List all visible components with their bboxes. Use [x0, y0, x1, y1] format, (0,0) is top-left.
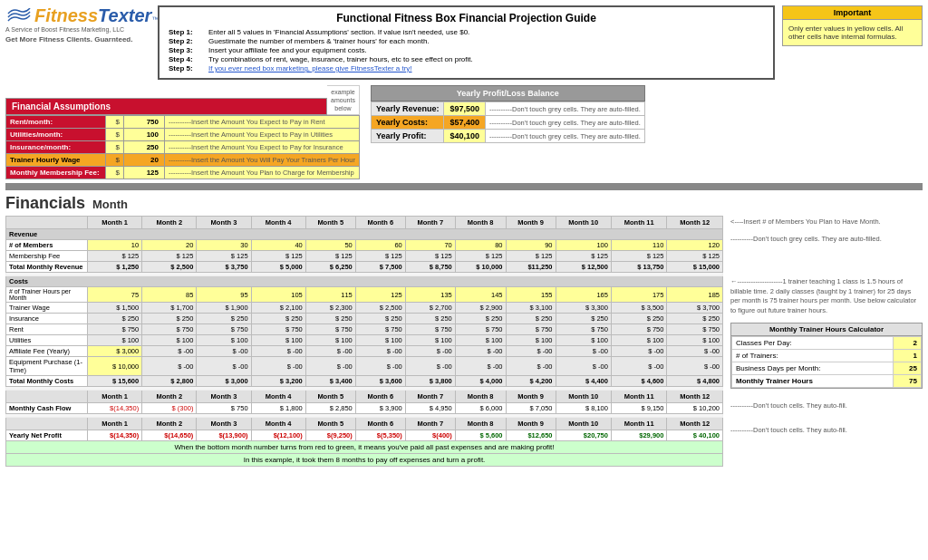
trainer-hours-m8[interactable]: 145 — [455, 287, 506, 303]
profit-revenue-label: Yearly Revenue: — [371, 102, 444, 116]
equipment-m1[interactable]: $ 10,000 — [88, 357, 142, 376]
assumptions-section: Financial Assumptions exampleamountsbelo… — [5, 85, 923, 179]
utilities-row: Utilities/month: $ 100 ----------Insert … — [6, 129, 360, 141]
members-m4[interactable]: 40 — [251, 240, 305, 251]
affiliate-row: Affiliate Fee (Yearly) $ 3,000 $ -00 $ -… — [6, 346, 723, 357]
insurance-costs-row: Insurance $ 250 $ 250 $ 250 $ 250 $ 250 … — [6, 314, 723, 324]
financials-title: Financials — [5, 194, 85, 213]
trainer-wage-row: Trainer Wage $ 1,500 $ 1,700 $ 1,900 $ 2… — [6, 303, 723, 314]
assumptions-table: Rent/month: $ 750 ----------Insert the A… — [5, 115, 360, 179]
trainer-calc-title: Monthly Trainer Hours Calculator — [731, 323, 922, 336]
revenue-label: Revenue — [6, 229, 723, 240]
revenue-section-header: Revenue — [6, 229, 723, 240]
equipment-row: Equipment Purchase (1-Time) $ 10,000 $ -… — [6, 357, 723, 376]
trainer-hours-m2[interactable]: 85 — [142, 287, 197, 303]
members-m3[interactable]: 30 — [197, 240, 251, 251]
logo-section: FitnessTexter™ A Service of Boost Fitnes… — [5, 5, 150, 43]
separator — [5, 183, 923, 190]
important-box: Important Only enter values in yellow ce… — [782, 5, 923, 46]
trainer-hours-m4[interactable]: 105 — [251, 287, 305, 303]
trainer-calc-box: Monthly Trainer Hours Calculator Classes… — [730, 323, 923, 389]
calc-row-3: Business Days per Month: 25 — [732, 362, 922, 375]
profit-costs-value: $57,400 — [444, 116, 486, 130]
financials-main: Financials Month Month 1 Month 2 Month 3… — [5, 194, 923, 467]
col-month8: Month 8 — [455, 217, 506, 229]
rent-row: Rent/month: $ 750 ----------Insert the A… — [6, 116, 360, 129]
trainer-hours-m11[interactable]: 175 — [611, 287, 666, 303]
step2-text: Guestimate the number of members & 'trai… — [208, 37, 430, 45]
table-header-row: Month 1 Month 2 Month 3 Month 4 Month 5 … — [6, 217, 723, 229]
col-month4: Month 4 — [251, 217, 305, 229]
trainer-hours-label: # of Trainer Hours per Month — [6, 287, 88, 303]
members-m12[interactable]: 120 — [667, 240, 723, 251]
logo-subtitle: A Service of Boost Fitness Marketing, LL… — [5, 26, 124, 33]
members-m5[interactable]: 50 — [305, 240, 355, 251]
members-m1[interactable]: 10 — [88, 240, 142, 251]
members-m6[interactable]: 60 — [355, 240, 405, 251]
net-profit-row: Yearly Net Profit $(14,350) $(14,650) $(… — [6, 430, 723, 441]
insurance-row: Insurance/month: $ 250 ----------Insert … — [6, 141, 360, 154]
members-m8[interactable]: 80 — [455, 240, 506, 251]
total-revenue-row: Total Monthly Revenue $ 1,250 $ 2,500 $ … — [6, 262, 723, 273]
col-month1: Month 1 — [88, 217, 142, 229]
rent-label: Rent/month: — [6, 116, 106, 129]
bottom-note-1: When the bottom month number turns from … — [6, 441, 723, 454]
rent-value[interactable]: 750 — [124, 116, 165, 129]
members-row: # of Members 10 20 30 40 50 60 70 80 90 … — [6, 240, 723, 251]
step3-label: Step 3: — [169, 46, 208, 54]
logo-texter: Texter — [98, 5, 151, 26]
affiliate-m1[interactable]: $ 3,000 — [88, 346, 142, 357]
members-label: # of Members — [6, 240, 88, 251]
profit-costs-row: Yearly Costs: $57,400 ----------Don't to… — [371, 116, 644, 130]
members-m7[interactable]: 70 — [405, 240, 455, 251]
bottom-note-2: In this example, it took them 8 months t… — [6, 454, 723, 467]
membership-fee-note: ----------Don't touch grey cells. They a… — [730, 235, 923, 243]
profit-profit-row: Yearly Profit: $40,100 ----------Don't t… — [371, 130, 644, 143]
trainer-hours-m10[interactable]: 165 — [556, 287, 611, 303]
members-m11[interactable]: 110 — [611, 240, 666, 251]
trainer-hours-m1[interactable]: 75 — [88, 287, 142, 303]
step4-label: Step 4: — [169, 55, 208, 63]
col-month10: Month 10 — [556, 217, 611, 229]
membership-value[interactable]: 125 — [124, 167, 165, 179]
trainer-hours-m12[interactable]: 185 — [667, 287, 723, 303]
financials-month-label: Month — [92, 198, 128, 211]
profit-revenue-value: $97,500 — [444, 102, 486, 116]
calc-row-1: Classes Per Day: 2 — [732, 337, 922, 350]
trainer-hours-m3[interactable]: 95 — [197, 287, 251, 303]
cashflow-row: Monthly Cash Flow $(14,350) $ (300) $ 75… — [6, 403, 723, 414]
col-month6: Month 6 — [355, 217, 405, 229]
col-month11: Month 11 — [611, 217, 666, 229]
members-m10[interactable]: 100 — [556, 240, 611, 251]
members-m2[interactable]: 20 — [142, 240, 197, 251]
trainer-hours-row: # of Trainer Hours per Month 75 85 95 10… — [6, 287, 723, 303]
bottom-note-row-1: When the bottom month number turns from … — [6, 441, 723, 454]
col-month12: Month 12 — [667, 217, 723, 229]
trainer-value[interactable]: 20 — [124, 154, 165, 167]
rent-costs-row: Rent $ 750 $ 750 $ 750 $ 750 $ 750 $ 750… — [6, 324, 723, 335]
assumptions-header: Financial Assumptions — [5, 98, 327, 115]
insurance-value[interactable]: 250 — [124, 141, 165, 154]
membership-fee-row: Membership Fee $ 125 $ 125 $ 125 $ 125 $… — [6, 251, 723, 262]
utilities-value[interactable]: 100 — [124, 129, 165, 141]
calc-days-value[interactable]: 25 — [893, 362, 921, 375]
assumptions-left: Financial Assumptions exampleamountsbelo… — [5, 85, 360, 179]
members-m9[interactable]: 90 — [506, 240, 556, 251]
utilities-costs-row: Utilities $ 100 $ 100 $ 100 $ 100 $ 100 … — [6, 335, 723, 346]
col-month2: Month 2 — [142, 217, 197, 229]
calc-classes-value[interactable]: 2 — [893, 337, 921, 350]
trainer-hours-m5[interactable]: 115 — [305, 287, 355, 303]
trainer-hours-m6[interactable]: 125 — [355, 287, 405, 303]
calc-trainers-value[interactable]: 1 — [893, 350, 921, 362]
guide-steps: Step 1:Enter all 5 values in 'Financial … — [169, 28, 764, 72]
trainer-hours-m9[interactable]: 155 — [506, 287, 556, 303]
important-title: Important — [782, 5, 923, 20]
logo-waves-icon — [5, 8, 33, 24]
logo-tagline: Get More Fitness Clients. Guarnteed. — [5, 35, 132, 43]
calc-row-2: # of Trainers: 1 — [732, 350, 922, 362]
financials-left: Financials Month Month 1 Month 2 Month 3… — [5, 194, 723, 467]
membership-fee-label: Membership Fee — [6, 251, 88, 262]
step4-text: Try combinations of rent, wage, insuranc… — [208, 55, 473, 63]
trainer-hours-m7[interactable]: 135 — [405, 287, 455, 303]
total-costs-row: Total Monthly Costs $ 15,600 $ 2,800 $ 3… — [6, 376, 723, 387]
